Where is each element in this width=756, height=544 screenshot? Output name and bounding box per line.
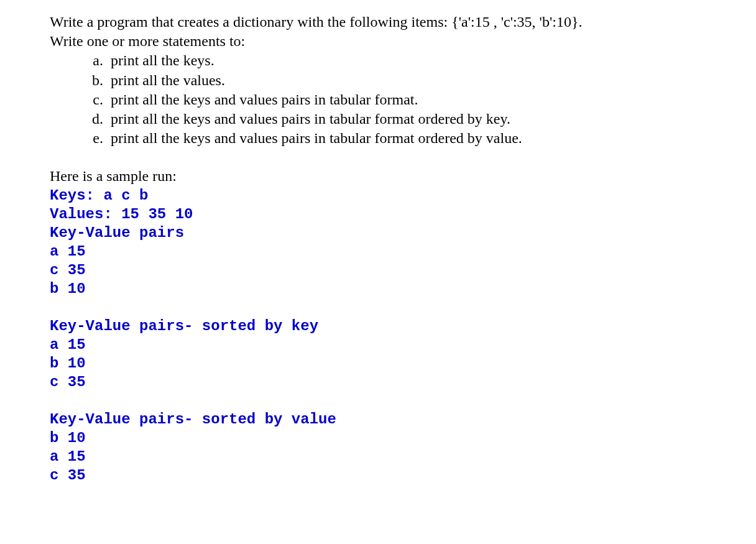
list-marker: d. (87, 109, 103, 129)
list-marker: c. (87, 90, 103, 109)
list-text: print all the keys and values pairs in t… (111, 90, 418, 109)
list-item: b. print all the values. (87, 71, 706, 90)
intro-paragraph: Write a program that creates a dictionar… (50, 12, 706, 51)
sample-output-block-1: Keys: a c b Values: 15 35 10 Key-Value p… (50, 187, 706, 298)
list-text: print all the values. (111, 71, 225, 90)
list-item: d. print all the keys and values pairs i… (87, 109, 706, 129)
blank-line (50, 392, 706, 410)
list-marker: b. (87, 71, 103, 90)
list-item: c. print all the keys and values pairs i… (87, 90, 706, 109)
sample-output-block-2: Key-Value pairs- sorted by key a 15 b 10… (50, 317, 706, 392)
intro-line-2: Write one or more statements to: (50, 33, 245, 49)
blank-line (50, 298, 706, 317)
list-text: print all the keys and values pairs in t… (111, 129, 522, 148)
list-text: print all the keys. (111, 51, 214, 70)
list-item: a. print all the keys. (87, 51, 706, 70)
list-marker: e. (87, 129, 103, 148)
list-item: e. print all the keys and values pairs i… (87, 129, 706, 148)
list-marker: a. (87, 51, 103, 70)
intro-line-1: Write a program that creates a dictionar… (50, 14, 582, 30)
list-text: print all the keys and values pairs in t… (111, 109, 510, 129)
sample-run-header: Here is a sample run: (50, 167, 706, 186)
ordered-list: a. print all the keys. b. print all the … (50, 51, 706, 148)
sample-output-block-3: Key-Value pairs- sorted by value b 10 a … (50, 410, 706, 485)
